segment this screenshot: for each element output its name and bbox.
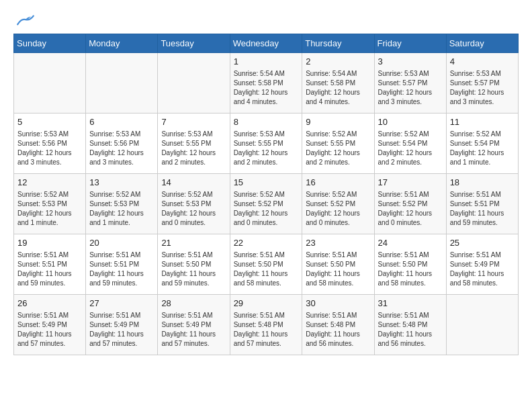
- calendar-day-cell: 14Sunrise: 5:52 AM Sunset: 5:53 PM Dayli…: [158, 174, 230, 234]
- day-number: 14: [161, 177, 226, 189]
- day-info: Sunrise: 5:51 AM Sunset: 5:51 PM Dayligh…: [450, 190, 515, 228]
- day-info: Sunrise: 5:51 AM Sunset: 5:48 PM Dayligh…: [378, 311, 443, 349]
- day-number: 7: [161, 116, 226, 128]
- calendar-day-cell: 10Sunrise: 5:52 AM Sunset: 5:54 PM Dayli…: [374, 113, 446, 174]
- day-info: Sunrise: 5:54 AM Sunset: 5:58 PM Dayligh…: [306, 69, 370, 107]
- calendar-header-row: SundayMondayTuesdayWednesdayThursdayFrid…: [14, 34, 519, 53]
- calendar-day-cell: 2Sunrise: 5:54 AM Sunset: 5:58 PM Daylig…: [302, 53, 374, 113]
- day-info: Sunrise: 5:51 AM Sunset: 5:49 PM Dayligh…: [161, 311, 226, 349]
- day-number: 19: [17, 237, 82, 249]
- calendar-table: SundayMondayTuesdayWednesdayThursdayFrid…: [13, 34, 519, 355]
- day-info: Sunrise: 5:51 AM Sunset: 5:52 PM Dayligh…: [378, 190, 443, 228]
- day-number: 27: [89, 298, 154, 310]
- day-info: Sunrise: 5:51 AM Sunset: 5:48 PM Dayligh…: [234, 311, 299, 349]
- day-info: Sunrise: 5:52 AM Sunset: 5:53 PM Dayligh…: [161, 190, 226, 228]
- calendar-day-cell: 1Sunrise: 5:54 AM Sunset: 5:58 PM Daylig…: [230, 53, 302, 113]
- day-number: 1: [234, 56, 299, 68]
- day-info: Sunrise: 5:52 AM Sunset: 5:54 PM Dayligh…: [378, 130, 443, 167]
- calendar-day-cell: 9Sunrise: 5:52 AM Sunset: 5:55 PM Daylig…: [302, 113, 374, 174]
- day-info: Sunrise: 5:51 AM Sunset: 5:49 PM Dayligh…: [450, 250, 515, 288]
- calendar-day-cell: 27Sunrise: 5:51 AM Sunset: 5:49 PM Dayli…: [86, 295, 158, 355]
- page-header: [13, 13, 519, 27]
- day-number: 16: [306, 177, 370, 189]
- day-number: 6: [89, 116, 154, 128]
- day-number: 26: [17, 298, 82, 310]
- day-info: Sunrise: 5:51 AM Sunset: 5:48 PM Dayligh…: [306, 311, 370, 349]
- day-number: 24: [378, 237, 443, 249]
- day-number: 18: [450, 177, 515, 189]
- day-info: Sunrise: 5:51 AM Sunset: 5:50 PM Dayligh…: [161, 250, 226, 288]
- day-number: 22: [234, 237, 299, 249]
- calendar-week-row: 5Sunrise: 5:53 AM Sunset: 5:56 PM Daylig…: [14, 113, 519, 174]
- calendar-day-cell: 5Sunrise: 5:53 AM Sunset: 5:56 PM Daylig…: [14, 113, 86, 174]
- calendar-day-header: Thursday: [302, 34, 374, 53]
- calendar-day-cell: 24Sunrise: 5:51 AM Sunset: 5:50 PM Dayli…: [374, 234, 446, 295]
- day-number: 21: [161, 237, 226, 249]
- calendar-day-cell: 25Sunrise: 5:51 AM Sunset: 5:49 PM Dayli…: [446, 234, 518, 295]
- calendar-day-cell: 11Sunrise: 5:52 AM Sunset: 5:54 PM Dayli…: [446, 113, 518, 174]
- day-number: 3: [378, 56, 443, 68]
- calendar-day-cell: 6Sunrise: 5:53 AM Sunset: 5:56 PM Daylig…: [86, 113, 158, 174]
- day-info: Sunrise: 5:54 AM Sunset: 5:58 PM Dayligh…: [234, 69, 299, 107]
- day-number: 10: [378, 116, 443, 128]
- day-number: 8: [234, 116, 299, 128]
- day-info: Sunrise: 5:53 AM Sunset: 5:57 PM Dayligh…: [450, 69, 515, 107]
- day-number: 29: [234, 298, 299, 310]
- day-number: 31: [378, 298, 443, 310]
- day-number: 12: [17, 177, 82, 189]
- calendar-day-cell: 23Sunrise: 5:51 AM Sunset: 5:50 PM Dayli…: [302, 234, 374, 295]
- calendar-day-header: Friday: [374, 34, 446, 53]
- calendar-day-cell: 7Sunrise: 5:53 AM Sunset: 5:55 PM Daylig…: [158, 113, 230, 174]
- day-info: Sunrise: 5:51 AM Sunset: 5:49 PM Dayligh…: [89, 311, 154, 349]
- calendar-day-cell: 4Sunrise: 5:53 AM Sunset: 5:57 PM Daylig…: [446, 53, 518, 113]
- calendar-day-cell: 31Sunrise: 5:51 AM Sunset: 5:48 PM Dayli…: [374, 295, 446, 355]
- day-number: 17: [378, 177, 443, 189]
- day-number: 11: [450, 116, 515, 128]
- day-number: 2: [306, 56, 370, 68]
- day-info: Sunrise: 5:52 AM Sunset: 5:53 PM Dayligh…: [17, 190, 82, 228]
- logo: [13, 13, 35, 27]
- day-number: 25: [450, 237, 515, 249]
- calendar-week-row: 26Sunrise: 5:51 AM Sunset: 5:49 PM Dayli…: [14, 295, 519, 355]
- calendar-day-cell: 21Sunrise: 5:51 AM Sunset: 5:50 PM Dayli…: [158, 234, 230, 295]
- day-number: 28: [161, 298, 226, 310]
- calendar-week-row: 19Sunrise: 5:51 AM Sunset: 5:51 PM Dayli…: [14, 234, 519, 295]
- logo-bird-icon: [16, 13, 35, 27]
- day-number: 30: [306, 298, 370, 310]
- calendar-day-cell: 30Sunrise: 5:51 AM Sunset: 5:48 PM Dayli…: [302, 295, 374, 355]
- day-number: 9: [306, 116, 370, 128]
- calendar-empty-cell: [14, 53, 86, 113]
- day-info: Sunrise: 5:52 AM Sunset: 5:55 PM Dayligh…: [306, 130, 370, 167]
- calendar-day-cell: 29Sunrise: 5:51 AM Sunset: 5:48 PM Dayli…: [230, 295, 302, 355]
- calendar-day-header: Sunday: [14, 34, 86, 53]
- calendar-empty-cell: [158, 53, 230, 113]
- day-info: Sunrise: 5:52 AM Sunset: 5:52 PM Dayligh…: [234, 190, 299, 228]
- day-number: 20: [89, 237, 154, 249]
- day-number: 5: [17, 116, 82, 128]
- calendar-day-cell: 28Sunrise: 5:51 AM Sunset: 5:49 PM Dayli…: [158, 295, 230, 355]
- calendar-empty-cell: [446, 295, 518, 355]
- calendar-day-cell: 19Sunrise: 5:51 AM Sunset: 5:51 PM Dayli…: [14, 234, 86, 295]
- day-info: Sunrise: 5:53 AM Sunset: 5:55 PM Dayligh…: [234, 130, 299, 167]
- calendar-empty-cell: [86, 53, 158, 113]
- day-info: Sunrise: 5:53 AM Sunset: 5:55 PM Dayligh…: [161, 130, 226, 167]
- calendar-day-cell: 22Sunrise: 5:51 AM Sunset: 5:50 PM Dayli…: [230, 234, 302, 295]
- day-number: 23: [306, 237, 370, 249]
- day-number: 15: [234, 177, 299, 189]
- calendar-day-cell: 15Sunrise: 5:52 AM Sunset: 5:52 PM Dayli…: [230, 174, 302, 234]
- day-info: Sunrise: 5:51 AM Sunset: 5:51 PM Dayligh…: [89, 250, 154, 288]
- calendar-day-cell: 8Sunrise: 5:53 AM Sunset: 5:55 PM Daylig…: [230, 113, 302, 174]
- calendar-day-cell: 16Sunrise: 5:52 AM Sunset: 5:52 PM Dayli…: [302, 174, 374, 234]
- day-info: Sunrise: 5:51 AM Sunset: 5:50 PM Dayligh…: [234, 250, 299, 288]
- day-info: Sunrise: 5:52 AM Sunset: 5:52 PM Dayligh…: [306, 190, 370, 228]
- calendar-day-header: Monday: [86, 34, 158, 53]
- day-info: Sunrise: 5:52 AM Sunset: 5:54 PM Dayligh…: [450, 130, 515, 167]
- day-info: Sunrise: 5:51 AM Sunset: 5:50 PM Dayligh…: [378, 250, 443, 288]
- day-info: Sunrise: 5:52 AM Sunset: 5:53 PM Dayligh…: [89, 190, 154, 228]
- day-info: Sunrise: 5:51 AM Sunset: 5:49 PM Dayligh…: [17, 311, 82, 349]
- day-info: Sunrise: 5:51 AM Sunset: 5:51 PM Dayligh…: [17, 250, 82, 288]
- calendar-week-row: 12Sunrise: 5:52 AM Sunset: 5:53 PM Dayli…: [14, 174, 519, 234]
- day-info: Sunrise: 5:53 AM Sunset: 5:56 PM Dayligh…: [17, 130, 82, 167]
- calendar-day-cell: 3Sunrise: 5:53 AM Sunset: 5:57 PM Daylig…: [374, 53, 446, 113]
- day-number: 13: [89, 177, 154, 189]
